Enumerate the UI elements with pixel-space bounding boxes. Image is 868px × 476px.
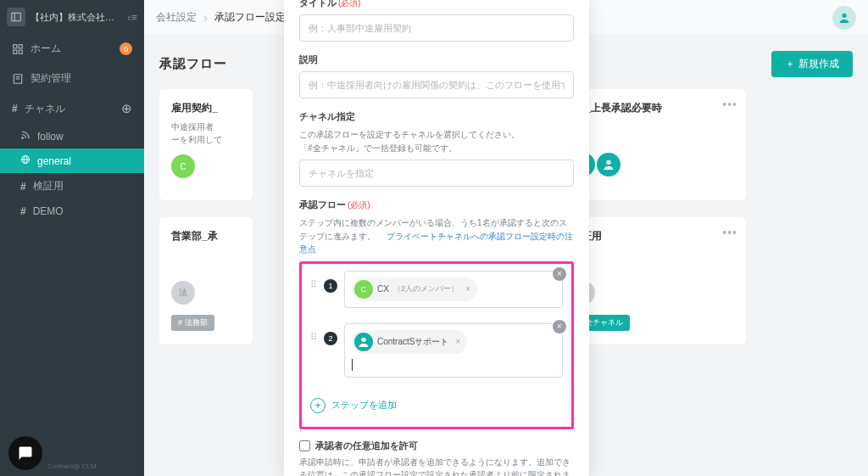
svg-rect-0 [12, 13, 21, 20]
flow-step-2: ⠿ 2 ContractSサポート × × [310, 323, 563, 378]
channel-tag: # 法務部 [171, 315, 214, 331]
flow-card[interactable]: 雇用契約_ 中途採用者ーを利用して C [159, 89, 253, 200]
svg-rect-4 [14, 50, 17, 53]
field-label-flow: 承認フロー(必須) [299, 199, 574, 211]
chip-sub: （2人のメンバー） [393, 283, 459, 294]
chip-name: ContractSサポート [377, 336, 448, 348]
desc-input[interactable] [299, 71, 574, 98]
avatar-icon: 法 [171, 281, 195, 305]
intercom-button[interactable] [8, 436, 42, 470]
svg-point-15 [606, 160, 610, 165]
step-remove-icon[interactable]: × [553, 320, 566, 333]
member-chip: C CX （2人のメンバー） × [352, 277, 477, 301]
chip-avatar-icon: C [354, 280, 373, 299]
chip-remove-icon[interactable]: × [465, 284, 470, 294]
nav-home-badge: 0 [120, 42, 132, 55]
svg-rect-2 [14, 44, 17, 48]
drag-handle-icon[interactable]: ⠿ [310, 323, 317, 343]
text-cursor [352, 359, 353, 371]
user-avatar[interactable] [832, 6, 856, 30]
nav-home-label: ホーム [31, 42, 61, 56]
allow-add-approver-row[interactable]: 承認者の任意追加を許可 [299, 440, 574, 452]
breadcrumb-1[interactable]: 会社設定 [156, 10, 197, 25]
allow-add-approver-checkbox[interactable] [299, 440, 310, 451]
nav-channels-head: チャネル ⊕ [0, 93, 144, 124]
step-number: 2 [324, 332, 337, 345]
add-channel-icon[interactable]: ⊕ [121, 101, 132, 116]
flow-edit-modal: タイトル(必須) 説明 チャネル指定 この承認フローを設定するチャネルを選択して… [284, 0, 589, 476]
sidebar: 【社内】株式会社… ‹≡ ホーム 0 契約管理 チャネル ⊕ follow ge… [0, 0, 144, 476]
channel-label: follow [37, 131, 64, 143]
allow-add-approver-label: 承認者の任意追加を許可 [315, 440, 418, 452]
drag-handle-icon[interactable]: ⠿ [310, 271, 317, 290]
plus-circle-icon: + [310, 398, 326, 413]
brand-title: 【社内】株式会社… [31, 11, 122, 24]
flow-card[interactable]: 営業部_承 法 # 法務部 [159, 217, 253, 344]
svg-rect-5 [19, 50, 22, 53]
brand-logo-icon [7, 8, 25, 26]
chip-avatar-icon [354, 333, 373, 351]
svg-point-17 [361, 337, 365, 341]
channel-label: DEMO [33, 205, 64, 217]
nav-contracts[interactable]: 契約管理 [0, 64, 144, 93]
chevron-icon [203, 10, 208, 25]
hash-icon [20, 181, 26, 193]
new-flow-label: 新規作成 [798, 57, 839, 71]
channel-verify[interactable]: 検証用 [0, 173, 144, 199]
field-label-title: タイトル(必須) [299, 0, 574, 9]
rss-icon [20, 130, 31, 143]
svg-point-9 [22, 137, 24, 139]
hash-icon [12, 103, 18, 115]
field-label-channel: チャネル指定 [299, 110, 574, 123]
avatar-icon [597, 153, 620, 176]
channel-input[interactable] [299, 160, 574, 187]
channel-help: この承認フローを設定するチャネルを選択してください。 「#全チャネル」で一括登録… [299, 128, 574, 154]
svg-rect-3 [19, 44, 22, 48]
field-label-desc: 説明 [299, 53, 574, 66]
powered-by: Contract@ CLM [47, 462, 96, 470]
sidebar-footer: Contract@ CLM [8, 436, 96, 470]
card-title: 雇用契約_ [171, 101, 241, 115]
channel-label: general [37, 155, 71, 167]
nav-channels-label: チャネル [25, 102, 65, 116]
add-step-button[interactable]: + ステップを追加 [310, 393, 563, 418]
card-more-icon[interactable]: ••• [722, 226, 737, 239]
svg-point-13 [842, 14, 846, 18]
step-members-input[interactable]: ContractSサポート × [344, 323, 563, 378]
add-step-label: ステップを追加 [331, 399, 397, 412]
card-title: 検証用 [571, 229, 734, 244]
card-title: 営業部_承 [171, 229, 241, 244]
member-chip: ContractSサポート × [352, 330, 467, 354]
step-members-input[interactable]: C CX （2人のメンバー） × [344, 271, 563, 308]
sidebar-collapse-icon[interactable]: ‹≡ [127, 11, 137, 24]
breadcrumb-2[interactable]: 承認フロー設定 [214, 10, 286, 25]
card-more-icon[interactable]: ••• [722, 98, 737, 111]
card-title: CX_上長承認必要時 [571, 101, 734, 115]
allow-help: 承認申請時に、申請者が承認者を追加できるようになります。追加できる位置は、この承… [299, 456, 574, 477]
nav-home[interactable]: ホーム 0 [0, 34, 144, 64]
chip-name: CX [377, 284, 389, 294]
card-desc: 中途採用者ーを利用して [171, 120, 241, 146]
channel-general[interactable]: general [0, 148, 144, 173]
plus-icon: ＋ [785, 57, 795, 71]
chip-remove-icon[interactable]: × [455, 337, 460, 346]
step-number: 1 [324, 279, 337, 293]
flow-help: ステップ内に複数のメンバーがいる場合、うち1名が承認すると次のステップに進みます… [299, 216, 574, 256]
flow-step-1: ⠿ 1 C CX （2人のメンバー） × × [310, 271, 563, 308]
card-desc [571, 120, 734, 144]
new-flow-button[interactable]: ＋ 新規作成 [771, 51, 853, 77]
globe-icon [20, 154, 31, 167]
title-input[interactable] [299, 14, 574, 42]
home-icon [12, 43, 24, 55]
step-remove-icon[interactable]: × [553, 267, 566, 281]
avatar-icon: C [171, 154, 195, 178]
flow-steps-frame: ⠿ 1 C CX （2人のメンバー） × × ⠿ 2 ContractSサポート… [299, 261, 574, 429]
page-title: 承認フロー [159, 56, 227, 72]
hash-icon [20, 205, 26, 217]
channel-label: 検証用 [33, 179, 64, 193]
contracts-icon [12, 73, 24, 85]
nav-contracts-label: 契約管理 [31, 71, 71, 86]
channel-demo[interactable]: DEMO [0, 199, 144, 223]
channel-follow[interactable]: follow [0, 124, 144, 148]
brand-row: 【社内】株式会社… ‹≡ [0, 0, 144, 34]
